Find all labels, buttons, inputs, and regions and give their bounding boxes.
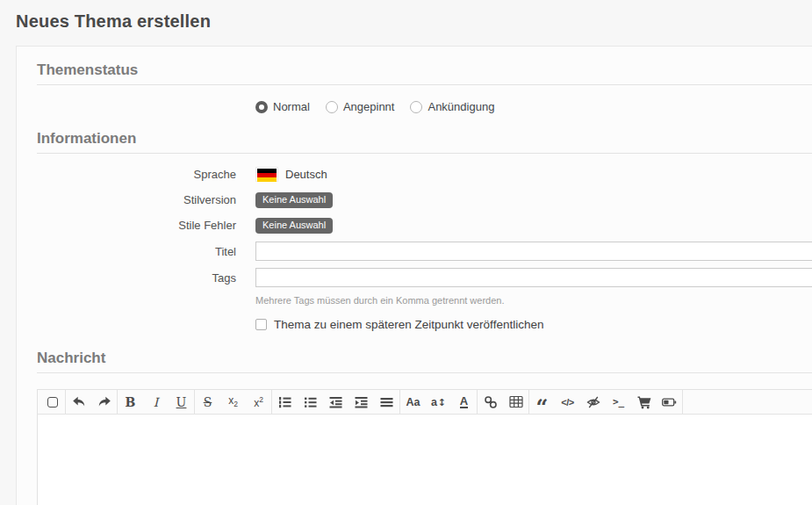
indent-button[interactable] — [349, 390, 374, 415]
square-icon — [47, 397, 58, 408]
radio-label: Ankündigung — [428, 100, 494, 113]
page-title: Neues Thema erstellen — [16, 11, 211, 32]
stilversion-badge[interactable]: Keine Auswahl — [255, 192, 333, 208]
strikethrough-button[interactable]: S — [195, 390, 220, 415]
german-flag-icon — [255, 167, 278, 182]
undo-button[interactable] — [66, 390, 91, 415]
italic-icon: I — [154, 395, 159, 409]
titel-label: Titel — [37, 245, 236, 258]
stilversion-label: Stilversion — [37, 193, 236, 206]
link-icon — [484, 395, 498, 409]
publish-later-row: Thema zu einem späteren Zeitpunkt veröff… — [37, 318, 812, 331]
section-heading-nachricht: Nachricht — [37, 350, 812, 373]
font-color-icon: A — [460, 395, 468, 409]
stile-fehler-badge[interactable]: Keine Auswahl — [255, 218, 333, 234]
link-button[interactable] — [478, 390, 503, 415]
align-icon — [380, 396, 393, 408]
tags-label: Tags — [37, 271, 236, 285]
ordered-list-icon — [278, 396, 291, 408]
strikethrough-icon: S — [204, 395, 212, 409]
code-button[interactable]: </> — [555, 390, 580, 415]
radio-label: Normal — [273, 100, 310, 113]
section-heading-themenstatus: Themenstatus — [37, 61, 812, 85]
radio-icon — [410, 101, 422, 113]
radio-option-normal[interactable]: Normal — [255, 100, 310, 113]
language-label: Sprache — [37, 168, 236, 181]
redo-icon — [97, 395, 111, 408]
table-button[interactable] — [503, 390, 528, 415]
titel-input[interactable] — [255, 242, 812, 261]
eye-slash-icon — [586, 395, 600, 409]
subscript-icon: x2 — [228, 394, 238, 408]
battery-button[interactable] — [657, 390, 682, 415]
spoiler-button[interactable] — [580, 390, 606, 415]
maximize-button[interactable] — [40, 390, 65, 415]
titel-row: Titel — [37, 242, 812, 261]
table-icon — [509, 395, 523, 408]
terminal-icon: >_ — [613, 396, 624, 408]
stile-fehler-row: Stile Fehler Keine Auswahl — [37, 216, 812, 234]
quote-button[interactable]: “ — [529, 390, 555, 415]
ordered-list-button[interactable] — [272, 390, 298, 415]
unordered-list-icon — [304, 396, 317, 408]
undo-icon — [72, 395, 86, 408]
flag-stripe-gold — [257, 177, 277, 182]
language-row: Sprache Deutsch — [37, 167, 812, 182]
message-editor: B I U S x2 x2 — [37, 389, 812, 505]
font-family-icon: Aa — [406, 396, 420, 408]
stilversion-row: Stilversion Keine Auswahl — [37, 191, 812, 208]
editor-content-area[interactable] — [38, 415, 812, 505]
language-value: Deutsch — [285, 168, 327, 181]
topic-status-radio-group: Normal Angepinnt Ankündigung — [255, 100, 812, 113]
tags-hint: Mehrere Tags müssen durch ein Komma getr… — [255, 295, 812, 306]
tt-button[interactable]: >_ — [606, 390, 631, 415]
bold-icon: B — [126, 395, 136, 409]
alignment-button[interactable] — [374, 390, 399, 415]
section-heading-informationen: Informationen — [37, 130, 812, 154]
tags-input[interactable] — [255, 268, 812, 287]
radio-icon — [255, 101, 268, 113]
underline-icon: U — [176, 395, 187, 409]
editor-toolbar: B I U S x2 x2 — [38, 390, 812, 415]
font-family-button[interactable]: Aa — [400, 390, 426, 415]
font-size-button[interactable]: a↕ — [426, 390, 451, 415]
superscript-button[interactable]: x2 — [246, 390, 271, 415]
superscript-icon: x2 — [254, 395, 263, 409]
underline-button[interactable]: U — [169, 390, 194, 415]
indent-icon — [355, 396, 368, 408]
toolbar-divider — [682, 390, 683, 415]
subscript-button[interactable]: x2 — [220, 390, 246, 415]
tags-row: Tags — [37, 268, 812, 287]
code-icon: </> — [561, 397, 573, 408]
publish-later-checkbox[interactable]: Thema zu einem späteren Zeitpunkt veröff… — [255, 318, 812, 331]
outdent-button[interactable] — [323, 390, 349, 415]
cart-button[interactable] — [631, 390, 657, 415]
radio-option-angepinnt[interactable]: Angepinnt — [326, 100, 395, 113]
checkbox-icon — [255, 319, 267, 330]
shopping-cart-icon — [637, 395, 651, 409]
stile-fehler-label: Stile Fehler — [37, 219, 236, 232]
battery-half-icon — [662, 395, 677, 409]
language-selector[interactable]: Deutsch — [255, 167, 812, 182]
radio-icon — [326, 101, 338, 113]
content-panel: Themenstatus Normal Angepinnt Ankündigun… — [16, 46, 812, 505]
unordered-list-button[interactable] — [298, 390, 323, 415]
italic-button[interactable]: I — [143, 390, 169, 415]
informationen-form: Sprache Deutsch Stilversion Keine Auswah… — [37, 167, 812, 331]
tags-hint-row: Mehrere Tags müssen durch ein Komma getr… — [37, 294, 812, 306]
font-size-icon: a↕ — [431, 396, 446, 408]
radio-option-ankuendigung[interactable]: Ankündigung — [410, 100, 494, 113]
radio-label: Angepinnt — [343, 100, 395, 113]
redo-button[interactable] — [91, 390, 117, 415]
outdent-icon — [329, 396, 342, 408]
bold-button[interactable]: B — [118, 390, 143, 415]
publish-later-label: Thema zu einem späteren Zeitpunkt veröff… — [274, 318, 543, 331]
font-color-button[interactable]: A — [451, 390, 477, 415]
